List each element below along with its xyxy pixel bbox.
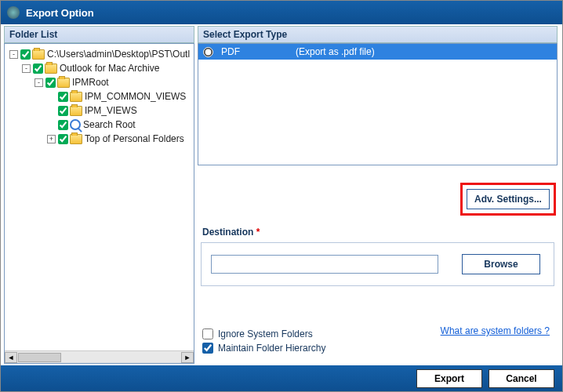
export-option-desc: (Export as .pdf file)	[296, 46, 375, 57]
folder-icon	[57, 78, 70, 88]
maintain-hierarchy-option[interactable]: Maintain Folder Hierarchy	[202, 343, 553, 354]
expander-icon[interactable]: -	[22, 64, 31, 73]
folder-icon	[70, 92, 82, 102]
export-type-list[interactable]: PDF (Export as .pdf file)	[198, 43, 558, 165]
search-icon	[70, 119, 81, 130]
window-title: Export Option	[26, 7, 94, 19]
title-bar: Export Option	[1, 1, 562, 24]
folder-list-header: Folder List	[4, 26, 194, 43]
ignore-system-label: Ignore System Folders	[218, 328, 313, 339]
scroll-right-icon[interactable]: ►	[181, 352, 194, 363]
export-radio-pdf[interactable]	[203, 47, 213, 57]
tree-checkbox[interactable]	[58, 134, 68, 144]
expander-spacer	[47, 93, 56, 101]
expander-icon[interactable]: +	[47, 135, 56, 143]
expander-spacer	[47, 107, 56, 115]
tree-label: Top of Personal Folders	[85, 133, 184, 144]
destination-input[interactable]	[211, 255, 438, 274]
tree-checkbox[interactable]	[20, 49, 31, 60]
horizontal-scrollbar[interactable]: ◄ ►	[5, 350, 194, 363]
destination-row: Browse	[201, 242, 554, 286]
tree-checkbox[interactable]	[58, 92, 68, 102]
browse-button[interactable]: Browse	[462, 254, 540, 274]
tree-row[interactable]: IPM_VIEWS	[6, 103, 192, 118]
tree-checkbox[interactable]	[33, 64, 43, 74]
tree-row[interactable]: - Outlook for Mac Archive	[6, 61, 192, 75]
highlight-box	[460, 183, 556, 216]
export-type-header: Select Export Type	[198, 26, 558, 43]
tree-label: IPM_COMMON_VIEWS	[85, 91, 186, 102]
export-option-pdf[interactable]: PDF (Export as .pdf file)	[198, 44, 557, 60]
export-type-panel: Select Export Type PDF (Export as .pdf f…	[194, 24, 562, 365]
tree-label: Search Root	[83, 119, 136, 130]
scroll-left-icon[interactable]: ◄	[5, 352, 17, 363]
tree-row-root[interactable]: - C:\Users\admin\Desktop\PST\Outl	[6, 47, 192, 61]
destination-label: Destination *	[198, 227, 558, 242]
maintain-hierarchy-label: Maintain Folder Hierarchy	[218, 343, 325, 354]
options-area: What are system folders ? Ignore System …	[198, 286, 558, 361]
folder-icon	[70, 134, 82, 144]
export-button[interactable]: Export	[416, 369, 482, 388]
folder-icon	[45, 64, 57, 74]
tree-row[interactable]: + Top of Personal Folders	[6, 132, 192, 146]
maintain-hierarchy-checkbox[interactable]	[202, 343, 213, 354]
folder-icon	[32, 49, 45, 60]
folder-icon	[70, 106, 82, 116]
ignore-system-checkbox[interactable]	[202, 328, 213, 339]
folder-tree-container: - C:\Users\admin\Desktop\PST\Outl - Outl…	[4, 43, 194, 364]
expander-icon[interactable]: -	[9, 50, 18, 59]
tree-label: Outlook for Mac Archive	[60, 63, 159, 74]
footer-bar: Export Cancel	[1, 365, 562, 392]
tree-label: IPM_VIEWS	[85, 105, 137, 116]
export-option-label: PDF	[221, 46, 296, 57]
folder-tree[interactable]: - C:\Users\admin\Desktop\PST\Outl - Outl…	[5, 44, 194, 350]
tree-label: IPMRoot	[72, 77, 109, 88]
tree-row[interactable]: IPM_COMMON_VIEWS	[6, 89, 192, 103]
content-area: Folder List - C:\Users\admin\Desktop\PST…	[1, 24, 562, 365]
adv-settings-row: Adv. Settings...	[198, 165, 558, 227]
tree-row[interactable]: Search Root	[6, 118, 192, 132]
expander-spacer	[47, 121, 56, 129]
tree-label: C:\Users\admin\Desktop\PST\Outl	[47, 49, 190, 60]
expander-icon[interactable]: -	[35, 78, 43, 87]
app-icon	[7, 6, 20, 19]
tree-row[interactable]: - IPMRoot	[6, 75, 192, 89]
folder-list-panel: Folder List - C:\Users\admin\Desktop\PST…	[1, 24, 194, 365]
scroll-thumb[interactable]	[18, 353, 61, 362]
tree-checkbox[interactable]	[58, 106, 68, 116]
tree-checkbox[interactable]	[45, 78, 56, 88]
tree-checkbox[interactable]	[58, 120, 68, 130]
system-folders-link[interactable]: What are system folders ?	[441, 325, 550, 336]
required-asterisk: *	[256, 227, 260, 238]
cancel-button[interactable]: Cancel	[489, 369, 554, 388]
